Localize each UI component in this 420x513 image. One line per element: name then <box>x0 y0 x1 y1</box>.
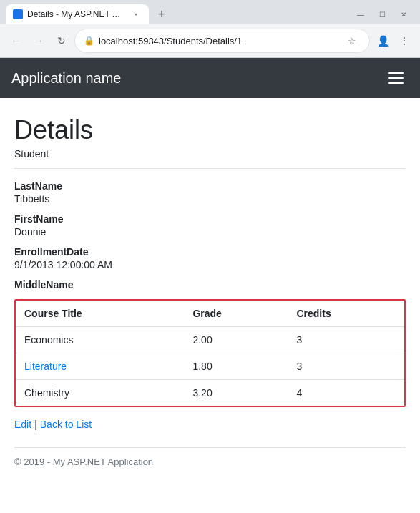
credits-cell: 4 <box>288 380 404 406</box>
enrollments-table-wrapper: Course Title Grade Credits Economics2.00… <box>14 299 406 407</box>
address-bar: ← → ↻ 🔒 localhost:59343/Students/Details… <box>0 24 420 57</box>
close-button[interactable]: ✕ <box>396 6 411 22</box>
app-navbar: Application name <box>0 58 420 98</box>
grade-cell: 2.00 <box>184 327 288 353</box>
back-to-list-link[interactable]: Back to List <box>40 419 92 430</box>
student-fields: LastNameTibbettsFirstNameDonnieEnrollmen… <box>14 180 406 290</box>
table-body: Economics2.003Literature1.803Chemistry3.… <box>16 327 404 406</box>
field-group: MiddleName <box>14 279 406 290</box>
table-row: Literature1.803 <box>16 353 404 380</box>
table-header: Course Title Grade Credits <box>16 301 404 327</box>
pipe-separator: | <box>34 419 37 430</box>
page-subtitle: Student <box>14 148 406 160</box>
footer-text: © 2019 - My ASP.NET Application <box>14 456 406 479</box>
table-row: Chemistry3.204 <box>16 380 404 406</box>
hamburger-line-1 <box>388 72 404 74</box>
grade-cell: 3.20 <box>184 380 288 406</box>
url-actions: ☆ <box>343 32 361 49</box>
field-group: FirstNameDonnie <box>14 213 406 238</box>
credits-cell: 3 <box>288 327 404 353</box>
field-label: EnrollmentDate <box>14 246 406 258</box>
enrollments-table: Course Title Grade Credits Economics2.00… <box>16 301 404 406</box>
col-course-title: Course Title <box>16 301 184 327</box>
lock-icon: 🔒 <box>84 36 94 46</box>
credits-cell: 3 <box>288 353 404 380</box>
refresh-button[interactable]: ↻ <box>52 31 72 51</box>
field-value: 9/1/2013 12:00:00 AM <box>14 259 406 270</box>
tab-favicon-icon <box>13 9 23 19</box>
app-name: Application name <box>11 70 383 87</box>
grade-cell: 1.80 <box>184 353 288 380</box>
table-header-row: Course Title Grade Credits <box>16 301 404 327</box>
table-row: Economics2.003 <box>16 327 404 353</box>
field-label: MiddleName <box>14 279 406 290</box>
hamburger-line-2 <box>388 77 404 79</box>
field-label: FirstName <box>14 213 406 225</box>
new-tab-button[interactable]: + <box>152 4 172 24</box>
tab-label: Details - My ASP.NET Application <box>27 9 126 19</box>
course-cell: Economics <box>16 327 184 353</box>
field-group: LastNameTibbetts <box>14 180 406 205</box>
tab-close-button[interactable]: × <box>130 9 142 20</box>
maximize-button[interactable]: ☐ <box>374 6 390 22</box>
window-controls: — ☐ ✕ <box>353 6 414 22</box>
page-title: Details <box>14 115 406 145</box>
hamburger-menu-button[interactable] <box>383 65 409 91</box>
title-divider <box>14 168 406 169</box>
field-group: EnrollmentDate9/1/2013 12:00:00 AM <box>14 246 406 270</box>
course-cell: Chemistry <box>16 380 184 406</box>
edit-link[interactable]: Edit <box>14 419 31 430</box>
action-links: Edit | Back to List <box>14 419 406 430</box>
course-cell[interactable]: Literature <box>16 353 184 380</box>
col-grade: Grade <box>184 301 288 327</box>
main-content: Details Student LastNameTibbettsFirstNam… <box>0 98 420 496</box>
back-button[interactable]: ← <box>6 31 26 51</box>
url-bar[interactable]: 🔒 localhost:59343/Students/Details/1 ☆ <box>74 29 370 53</box>
forward-button[interactable]: → <box>29 31 49 51</box>
hamburger-line-3 <box>388 82 404 84</box>
bookmark-icon[interactable]: ☆ <box>343 32 361 49</box>
col-credits: Credits <box>288 301 404 327</box>
footer-divider <box>14 447 406 448</box>
active-tab[interactable]: Details - My ASP.NET Application × <box>6 4 149 24</box>
url-text: localhost:59343/Students/Details/1 <box>99 36 339 47</box>
tab-bar: Details - My ASP.NET Application × + — ☐… <box>0 0 420 24</box>
account-button[interactable]: 👤 <box>373 31 393 51</box>
field-value: Donnie <box>14 226 406 238</box>
more-button[interactable]: ⋮ <box>394 31 414 51</box>
field-label: LastName <box>14 180 406 192</box>
field-value: Tibbetts <box>14 193 406 205</box>
browser-chrome: Details - My ASP.NET Application × + — ☐… <box>0 0 420 58</box>
browser-actions: 👤 ⋮ <box>373 31 414 51</box>
minimize-button[interactable]: — <box>353 6 368 22</box>
